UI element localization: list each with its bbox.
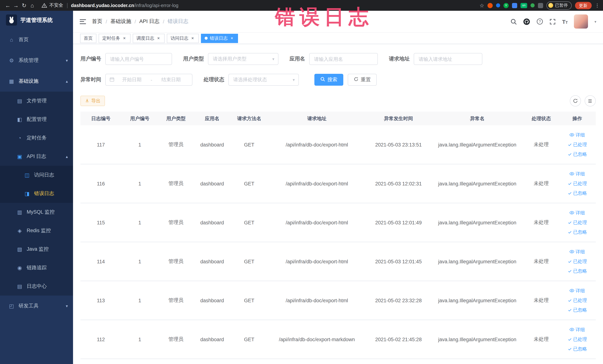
browser-back-icon[interactable]: ← xyxy=(4,2,12,9)
mark-processed-link[interactable]: 已处理 xyxy=(560,335,594,344)
bookmark-star-icon[interactable]: ☆ xyxy=(480,2,484,8)
database-icon: ▥ xyxy=(16,209,23,215)
tab-home[interactable]: 首页 xyxy=(80,34,96,43)
extension-on-badge[interactable]: on xyxy=(521,3,527,8)
mark-processed-link[interactable]: 已处理 xyxy=(560,140,594,150)
breadcrumb-item[interactable]: API 日志 xyxy=(139,18,160,25)
browser-reload-icon[interactable]: ↻ xyxy=(20,2,28,9)
search-button[interactable]: 搜索 xyxy=(314,74,343,86)
method-cell: GET xyxy=(231,320,268,359)
tab-scheduled-job[interactable]: 定时任务× xyxy=(99,34,130,43)
tab-error-log[interactable]: 错误日志× xyxy=(201,34,238,43)
mark-ignored-link[interactable]: 已忽略 xyxy=(560,344,594,354)
browser-chrome: ← → ↻ ⌂ 不安全 dashboard.yudao.iocoder.cn/i… xyxy=(0,0,603,11)
mark-ignored-link[interactable]: 已忽略 xyxy=(560,305,594,315)
browser-menu-icon[interactable]: ⋮ xyxy=(595,3,599,8)
sidebar-item-trace[interactable]: ◉ 链路追踪 xyxy=(0,258,73,277)
close-icon[interactable]: × xyxy=(230,35,234,41)
url-host: dashboard.yudao.iocoder.cn xyxy=(71,3,134,8)
mark-processed-link[interactable]: 已处理 xyxy=(560,218,594,227)
user-type-cell: 管理员 xyxy=(158,164,194,203)
update-button[interactable]: 更新 xyxy=(575,2,591,9)
mark-ignored-link[interactable]: 已忽略 xyxy=(560,266,594,276)
refresh-button[interactable] xyxy=(570,95,581,106)
browser-home-icon[interactable]: ⌂ xyxy=(28,2,36,9)
sidebar-item-access-log[interactable]: ◫ 访问日志 xyxy=(0,166,73,184)
user-type-select[interactable]: 请选择用户类型 ▾ xyxy=(208,53,278,65)
extension-icon[interactable] xyxy=(512,3,517,8)
user-type-cell: 管理员 xyxy=(158,242,194,281)
exception-time-cell: 2021-05-03 23:13:51 xyxy=(366,125,431,164)
chevron-down-icon[interactable]: ▾ xyxy=(594,20,596,23)
error-log-icon: ◨ xyxy=(24,191,30,197)
sidebar-item-error-log[interactable]: ◨ 错误日志 xyxy=(0,184,73,203)
error-log-table-body: 1171管理员dashboardGET/api/infra/db-doc/exp… xyxy=(81,125,596,359)
sidebar-item-mysql-monitor[interactable]: ▥ MySQL 监控 xyxy=(0,203,73,221)
sidebar-item-redis-monitor[interactable]: ◈ Redis 监控 xyxy=(0,221,73,240)
close-icon[interactable]: × xyxy=(190,35,195,41)
method-cell: GET xyxy=(231,164,268,203)
font-size-icon[interactable]: TT xyxy=(562,18,568,25)
date-range-picker[interactable]: 开始日期 - 结束日期 xyxy=(105,74,192,86)
sidebar-item-file-manage[interactable]: ▤ 文件管理 xyxy=(0,92,73,110)
extension-icon[interactable]: V xyxy=(503,3,509,8)
app-name-cell: dashboard xyxy=(194,203,231,242)
extension-icon[interactable] xyxy=(487,3,493,8)
close-icon[interactable]: × xyxy=(122,35,127,41)
sidebar-item-log-center[interactable]: ▤ 日志中心 xyxy=(0,277,73,295)
detail-link[interactable]: 详细 xyxy=(560,169,594,179)
breadcrumb-item[interactable]: 首页 xyxy=(92,18,102,25)
search-icon[interactable] xyxy=(510,18,517,25)
sidebar-item-home[interactable]: ⌂ 首页 xyxy=(0,29,73,50)
mark-ignored-link[interactable]: 已忽略 xyxy=(560,227,594,237)
end-date-placeholder: 结束日期 xyxy=(154,76,188,83)
sidebar-item-java-monitor[interactable]: ▧ Java 监控 xyxy=(0,240,73,258)
request-url-input[interactable] xyxy=(414,53,482,65)
mark-processed-link[interactable]: 已处理 xyxy=(560,295,594,305)
user-id-input[interactable] xyxy=(105,53,172,65)
detail-link[interactable]: 详细 xyxy=(560,325,594,335)
detail-link[interactable]: 详细 xyxy=(560,247,594,257)
reset-button[interactable]: 重置 xyxy=(348,74,377,86)
sidebar-item-api-log[interactable]: ▣ API 日志 ▴ xyxy=(0,147,73,166)
help-icon[interactable]: ? xyxy=(536,18,543,25)
mark-processed-link[interactable]: 已处理 xyxy=(560,257,594,266)
address-bar[interactable]: dashboard.yudao.iocoder.cn/infra/log/api… xyxy=(71,3,178,8)
fullscreen-icon[interactable] xyxy=(549,18,556,25)
sidebar-item-infra[interactable]: ▦ 基础设施 ▴ xyxy=(0,71,73,92)
table-row: 1161管理员dashboardGET/api/infra/db-doc/exp… xyxy=(81,164,596,203)
app-logo[interactable]: 芋道管理系统 xyxy=(0,11,73,29)
tab-dispatch-log[interactable]: 调度日志× xyxy=(133,34,165,43)
detail-link[interactable]: 详细 xyxy=(560,286,594,295)
breadcrumb-item[interactable]: 基础设施 xyxy=(110,18,131,25)
column-settings-button[interactable] xyxy=(584,95,596,106)
close-icon[interactable]: × xyxy=(156,35,161,41)
detail-link[interactable]: 详细 xyxy=(560,130,594,140)
extension-icon[interactable] xyxy=(496,3,500,7)
mark-ignored-link[interactable]: 已忽略 xyxy=(560,188,594,198)
site-security-chip[interactable]: 不安全 xyxy=(42,2,63,9)
app-name-input[interactable] xyxy=(309,53,378,65)
sidebar-item-system[interactable]: ⚙ 系统管理 ▾ xyxy=(0,50,73,71)
extensions-puzzle-icon[interactable] xyxy=(538,3,543,8)
export-button[interactable]: 导出 xyxy=(81,96,105,106)
browser-forward-icon[interactable]: → xyxy=(12,2,20,9)
extension-icon[interactable] xyxy=(531,3,534,7)
chevron-up-icon: ▴ xyxy=(66,154,68,159)
sidebar-item-scheduled-job[interactable]: ◔ 定时任务 xyxy=(0,129,73,147)
process-status-select[interactable]: 请选择处理状态 ▾ xyxy=(228,74,299,86)
profile-button[interactable]: 已暂停 xyxy=(546,1,571,10)
request-url-cell: /api/infra/db-doc/export-html xyxy=(268,125,366,164)
method-cell: GET xyxy=(231,125,268,164)
tab-access-log[interactable]: 访问日志× xyxy=(167,34,199,43)
detail-link[interactable]: 详细 xyxy=(560,208,594,218)
avatar[interactable] xyxy=(574,14,588,29)
sidebar-toggle[interactable] xyxy=(80,19,86,24)
mark-ignored-link[interactable]: 已忽略 xyxy=(560,150,594,159)
top-navbar: 首页/ 基础设施/ API 日志/ 错误日志 ? TT ▾ xyxy=(73,11,603,33)
sidebar-item-config-manage[interactable]: ◧ 配置管理 xyxy=(0,110,73,129)
sidebar-item-dev-tools[interactable]: ◰ 研发工具 ▾ xyxy=(0,295,73,316)
mark-processed-link[interactable]: 已处理 xyxy=(560,179,594,188)
github-icon[interactable] xyxy=(523,18,530,25)
request-url-cell: /api/infra/db-doc/export-html xyxy=(268,164,366,203)
